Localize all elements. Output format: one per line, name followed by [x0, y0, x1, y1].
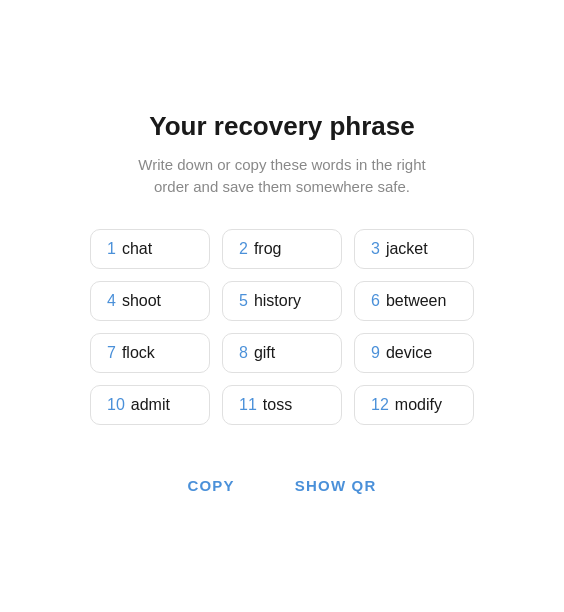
word-chip: 7flock [90, 333, 210, 373]
action-buttons: COPY SHOW QR [177, 469, 386, 502]
word-number: 11 [239, 396, 257, 414]
word-text: flock [122, 344, 155, 362]
copy-button[interactable]: COPY [177, 469, 244, 502]
word-number: 3 [371, 240, 380, 258]
word-chip: 8gift [222, 333, 342, 373]
word-text: toss [263, 396, 292, 414]
word-number: 2 [239, 240, 248, 258]
word-number: 1 [107, 240, 116, 258]
word-chip: 2frog [222, 229, 342, 269]
word-row: 4shoot5history6between [90, 281, 474, 321]
word-chip: 9device [354, 333, 474, 373]
word-text: modify [395, 396, 442, 414]
word-number: 4 [107, 292, 116, 310]
word-chip: 11toss [222, 385, 342, 425]
word-number: 8 [239, 344, 248, 362]
word-row: 1chat2frog3jacket [90, 229, 474, 269]
word-number: 10 [107, 396, 125, 414]
word-text: between [386, 292, 447, 310]
word-text: chat [122, 240, 152, 258]
word-row: 7flock8gift9device [90, 333, 474, 373]
word-chip: 1chat [90, 229, 210, 269]
word-text: admit [131, 396, 170, 414]
word-number: 12 [371, 396, 389, 414]
word-chip: 12modify [354, 385, 474, 425]
recovery-words-grid: 1chat2frog3jacket4shoot5history6between7… [90, 229, 474, 425]
word-chip: 3jacket [354, 229, 474, 269]
word-chip: 4shoot [90, 281, 210, 321]
word-row: 10admit11toss12modify [90, 385, 474, 425]
word-chip: 10admit [90, 385, 210, 425]
page-subtitle: Write down or copy these words in the ri… [122, 154, 442, 199]
page-title: Your recovery phrase [149, 111, 414, 142]
word-text: jacket [386, 240, 428, 258]
word-text: history [254, 292, 301, 310]
word-text: gift [254, 344, 275, 362]
word-number: 9 [371, 344, 380, 362]
word-chip: 6between [354, 281, 474, 321]
word-number: 6 [371, 292, 380, 310]
show-qr-button[interactable]: SHOW QR [285, 469, 387, 502]
word-chip: 5history [222, 281, 342, 321]
word-number: 7 [107, 344, 116, 362]
word-text: shoot [122, 292, 161, 310]
word-text: frog [254, 240, 282, 258]
word-text: device [386, 344, 432, 362]
word-number: 5 [239, 292, 248, 310]
